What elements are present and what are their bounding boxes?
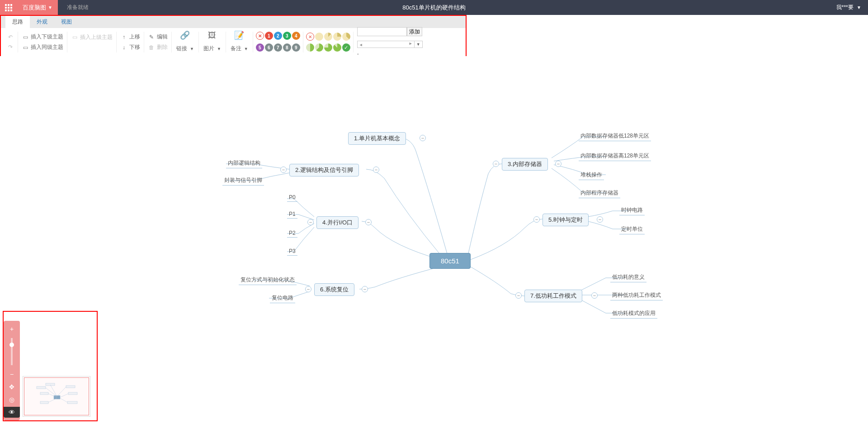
minimap-viewport[interactable] [24,377,89,415]
toggle-4r[interactable]: − [365,219,372,225]
priority-2[interactable]: 2 [274,32,282,40]
user-label: 我***要 [836,4,854,10]
node-6[interactable]: 6.系统复位 [314,283,354,296]
brand-menu[interactable]: 百度脑图 ▼ [17,0,58,15]
toggle-2l[interactable]: − [280,167,287,173]
toggle-1[interactable]: − [420,135,426,141]
priority-9[interactable]: 9 [292,43,300,52]
leaf-5-0[interactable]: 时钟电路 [619,205,645,215]
leaf-7-0[interactable]: 低功耗的意义 [610,272,646,282]
edit-icon: ✎ [148,33,155,41]
move-down-button[interactable]: ↓下移 [120,43,140,51]
toggle-3l[interactable]: − [493,161,499,167]
toggle-2r[interactable]: − [373,167,379,173]
insert-parent-button[interactable]: ▭插入上级主题 [71,33,113,41]
priority-1[interactable]: 1 [265,32,273,40]
priority-4[interactable]: 4 [292,32,300,40]
zoom-slider[interactable] [11,338,13,365]
node-2[interactable]: 2.逻辑结构及信号引脚 [289,164,359,176]
note-button[interactable]: 备注▼ [231,45,248,52]
toggle-7l[interactable]: − [515,292,522,299]
tag-select[interactable]: ◄► ▼ [357,41,423,48]
progress-2[interactable] [333,33,341,41]
minimap[interactable] [23,376,90,417]
undo-button[interactable]: ↶ [7,33,14,41]
zoom-thumb[interactable] [9,343,14,347]
leaf-2-0[interactable]: 内部逻辑结构 [226,158,262,168]
pan-button[interactable]: ✥ [6,381,17,392]
zoom-out-button[interactable]: − [6,369,17,380]
node-3[interactable]: 3.内部存储器 [502,158,548,171]
progress-7[interactable] [333,43,341,52]
progress-5[interactable] [315,43,323,52]
progress-4[interactable] [306,43,314,52]
progress-1[interactable] [324,33,332,41]
priority-6[interactable]: 6 [265,43,273,52]
note-icon[interactable]: 📝 [236,32,243,39]
tag-add-button[interactable]: 添加 [407,27,422,36]
leaf-3-2[interactable]: 堆栈操作 [579,170,604,180]
toggle-5l[interactable]: − [533,216,540,223]
priority-7[interactable]: 7 [274,43,282,52]
node-5[interactable]: 5.时钟与定时 [542,214,589,226]
insert-sibling-icon: ▭ [22,44,29,51]
toggle-6l[interactable]: − [305,286,311,292]
tab-idea[interactable]: 思路 [5,16,30,28]
priority-3[interactable]: 3 [283,32,291,40]
toggle-7r[interactable]: − [591,292,598,299]
progress-3[interactable] [342,33,350,41]
insert-child-button[interactable]: ▭插入下级主题 [22,33,63,41]
move-up-button[interactable]: ↑上移 [120,33,140,41]
leaf-4-2[interactable]: P2 [287,229,297,238]
insert-parent-group: ▭插入上级主题 [67,32,117,52]
leaf-3-3[interactable]: 内部程序存储器 [579,188,620,198]
image-button[interactable]: 图片▼ [203,45,221,52]
link-button[interactable]: 链接▼ [176,45,194,52]
apps-menu-button[interactable] [0,0,17,15]
redo-button[interactable]: ↷ [7,43,14,51]
leaf-3-0[interactable]: 内部数据存储器低128单元区 [579,131,651,141]
leaf-7-2[interactable]: 低功耗模式的应用 [610,309,657,319]
progress-clear[interactable]: ✕ [306,33,314,41]
tab-appearance[interactable]: 外观 [30,16,54,28]
node-4[interactable]: 4.并行I/O口 [316,216,359,229]
insert-sibling-button[interactable]: ▭插入同级主题 [22,43,63,51]
toggle-4l[interactable]: − [307,219,314,225]
toolbar-tabs: 思路 外观 视图 [1,16,466,28]
leaf-5-1[interactable]: 定时单位 [619,224,645,234]
node-7[interactable]: 7.低功耗工作模式 [524,290,582,302]
progress-done[interactable]: ✓ [342,43,350,52]
leaf-4-1[interactable]: P1 [287,210,297,219]
priority-clear[interactable]: ✕ [256,32,264,40]
node-1[interactable]: 1.单片机基本概念 [348,132,406,145]
toggle-3r[interactable]: − [555,161,561,167]
leaf-4-0[interactable]: P0 [287,193,297,202]
leaf-7-1[interactable]: 两种低功耗工作模式 [610,291,663,300]
chevron-down-icon: ▼ [48,5,52,10]
edit-button[interactable]: ✎编辑 [148,33,168,41]
tab-view[interactable]: 视图 [54,16,79,28]
root-node[interactable]: 80c51 [429,253,471,269]
progress-6[interactable] [324,43,332,52]
user-menu[interactable]: 我***要 ▼ [836,4,861,11]
priority-5[interactable]: 5 [256,43,264,52]
image-group: 🖼 图片▼ [199,32,226,52]
locate-button[interactable]: ◎ [6,394,17,405]
zoom-in-button[interactable]: + [6,324,17,334]
priority-8[interactable]: 8 [283,43,291,52]
delete-button[interactable]: 🗑删除 [148,43,168,51]
image-icon[interactable]: 🖼 [208,32,216,39]
leaf-2-1[interactable]: 封装与信号引脚 [222,176,264,186]
leaf-3-1[interactable]: 内部数据存储器高128单元区 [579,151,651,161]
leaf-4-3[interactable]: P3 [287,247,297,256]
progress-0[interactable] [315,33,323,41]
toggle-5r[interactable]: − [597,216,603,223]
chevron-down-icon[interactable]: ▼ [414,41,422,48]
preview-toggle[interactable]: 👁 [4,407,20,418]
tag-input[interactable] [357,27,407,36]
link-icon[interactable]: 🔗 [181,32,189,39]
toggle-6r[interactable]: − [362,286,368,292]
mindmap-canvas[interactable]: 80c51 1.单片机基本概念 − 2.逻辑结构及信号引脚 − − 内部逻辑结构… [0,56,868,424]
leaf-6-0[interactable]: 复位方式与初始化状态 [239,275,297,285]
leaf-6-1[interactable]: 复位电路 [270,293,295,303]
